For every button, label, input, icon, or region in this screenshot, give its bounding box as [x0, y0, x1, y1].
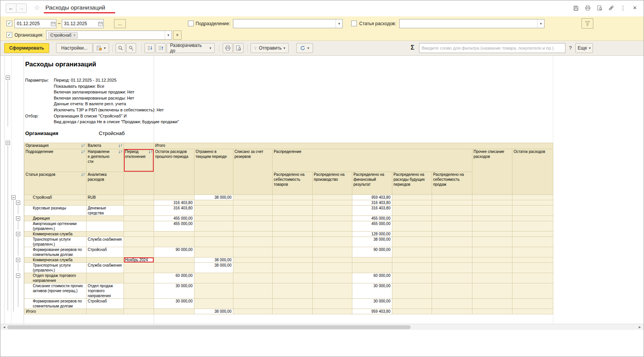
cell-rest[interactable] [512, 195, 553, 200]
col-header-prev-balance[interactable]: Остаток расходов прошлого периода [154, 149, 194, 195]
cell-other[interactable] [472, 283, 512, 299]
more-button[interactable]: Еще ▾ [575, 43, 593, 53]
col-header-distribution[interactable]: Распределение [273, 149, 472, 172]
cell-prev[interactable] [154, 195, 194, 200]
group-expander-icon[interactable] [16, 201, 20, 205]
cell-period[interactable] [124, 309, 154, 314]
cell-res[interactable] [233, 206, 273, 216]
cell-period[interactable] [124, 221, 154, 232]
cell-d_goods[interactable] [273, 200, 313, 206]
cell-d_fin[interactable]: 30 000,00 [352, 283, 392, 299]
cell-cur[interactable] [194, 216, 233, 221]
cell-cur[interactable] [194, 247, 233, 257]
cell-d_sales[interactable] [432, 283, 472, 299]
group-expander-icon[interactable] [16, 232, 20, 236]
save-icon[interactable] [572, 5, 579, 11]
cell-name[interactable]: Списание стоимости прочих активов (прочи… [24, 283, 87, 299]
cell-d_fut[interactable] [392, 206, 432, 216]
cell-analytics[interactable] [87, 200, 124, 206]
col-header-organization[interactable]: Организация [24, 143, 87, 149]
more-menu-icon[interactable]: ⋮ [620, 5, 626, 11]
cell-rest[interactable] [512, 206, 553, 216]
cell-other[interactable] [472, 263, 512, 273]
cell-name[interactable]: Транспортные услуги (управленч.) [24, 237, 87, 247]
cell-period[interactable] [124, 273, 154, 283]
cell-d_prod[interactable] [313, 195, 352, 200]
cell-rest[interactable] [512, 309, 553, 314]
cell-d_goods[interactable] [273, 206, 313, 216]
col-header-balance[interactable]: Остаток расходов [512, 149, 553, 195]
cell-res[interactable] [233, 247, 273, 257]
period-from-input[interactable] [14, 19, 56, 28]
cell-res[interactable] [233, 216, 273, 221]
cell-other[interactable] [472, 237, 512, 247]
scroll-left-button[interactable]: ◀ [1, 324, 7, 330]
cell-prev[interactable] [154, 237, 194, 247]
col-header-empty[interactable] [124, 172, 154, 195]
print-preview-icon[interactable] [596, 5, 603, 11]
print-icon[interactable] [584, 5, 591, 11]
cell-name[interactable]: Итого [24, 309, 87, 314]
col-header-currency[interactable]: Валюта [87, 143, 124, 149]
cell-other[interactable] [472, 195, 512, 200]
cell-d_fin[interactable]: 316 403,80 [352, 206, 392, 216]
cell-other[interactable] [472, 232, 512, 237]
cell-prev[interactable]: 316 403,80 [154, 200, 194, 206]
cell-d_sales[interactable] [432, 216, 472, 221]
cell-rest[interactable] [512, 257, 553, 263]
cell-name[interactable]: Курсовые разницы [24, 206, 87, 216]
cell-analytics[interactable]: Отдел продаж торгового направления [87, 283, 124, 299]
organization-clear-button[interactable]: × [173, 31, 181, 40]
cell-prev[interactable]: 90 000,00 [154, 247, 194, 257]
cell-d_prod[interactable] [313, 200, 352, 206]
cell-d_fut[interactable] [392, 195, 432, 200]
cell-d_fut[interactable] [392, 247, 432, 257]
cell-cur[interactable] [194, 221, 233, 232]
cell-d_prod[interactable] [313, 309, 352, 314]
cell-d_fut[interactable] [392, 309, 432, 314]
print-preview-button[interactable] [233, 43, 244, 53]
department-combobox[interactable]: ▾ [233, 19, 343, 28]
col-header-department[interactable]: Подразделение [24, 149, 87, 172]
sum-selected-icon[interactable]: Σ [411, 44, 414, 51]
col-header-dist-financial[interactable]: Распределено на финансовый результат [352, 172, 392, 195]
expense-item-checkbox[interactable] [351, 21, 357, 26]
cell-rest[interactable] [512, 232, 553, 237]
col-header-empty[interactable] [124, 143, 154, 149]
cell-period[interactable] [124, 206, 154, 216]
cell-d_sales[interactable] [432, 221, 472, 232]
cell-rest[interactable] [512, 216, 553, 221]
generate-button[interactable]: Сформировать [4, 43, 49, 53]
cell-d_prod[interactable] [313, 283, 352, 299]
period-options-button[interactable]: ... [114, 19, 126, 28]
cell-name[interactable]: Дирекция [24, 216, 87, 221]
horizontal-scrollbar[interactable]: ◀ ▶ [0, 324, 644, 330]
cell-name[interactable]: Коммерческая служба [24, 257, 87, 263]
cell-analytics[interactable] [87, 221, 124, 232]
cell-res[interactable] [233, 221, 273, 232]
cell-period[interactable] [124, 237, 154, 247]
cell-period[interactable] [124, 216, 154, 221]
cell-analytics[interactable]: Служба снабжения [87, 263, 124, 273]
cell-d_sales[interactable] [432, 263, 472, 273]
cell-d_goods[interactable] [273, 221, 313, 232]
cell-cur[interactable] [194, 283, 233, 299]
cell-d_goods[interactable] [273, 283, 313, 299]
cell-d_goods[interactable] [273, 237, 313, 247]
cell-name[interactable]: Отдел продаж торгового направления [24, 273, 87, 283]
cell-d_sales[interactable] [432, 237, 472, 247]
cell-d_fin[interactable]: 128 000,00 [352, 232, 392, 237]
quick-filter-input[interactable] [419, 43, 565, 53]
cell-d_fin[interactable] [352, 263, 392, 273]
tag-remove-icon[interactable]: × [73, 32, 75, 38]
cell-name[interactable] [24, 200, 87, 206]
cell-d_goods[interactable] [273, 232, 313, 237]
cell-rest[interactable] [512, 283, 553, 299]
cell-prev[interactable] [154, 263, 194, 273]
send-button[interactable]: Отправить ▾ [251, 43, 289, 53]
cell-period[interactable] [124, 232, 154, 237]
cell-period[interactable]: Ноябрь 2024 [124, 257, 154, 263]
cell-cur[interactable] [194, 206, 233, 216]
print-button[interactable] [223, 43, 233, 53]
cell-other[interactable] [472, 247, 512, 257]
